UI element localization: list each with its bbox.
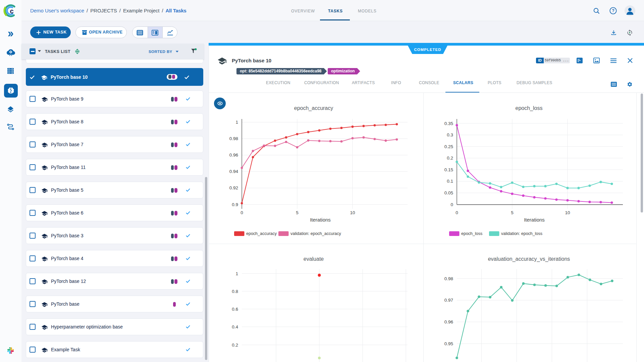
- svg-text:?: ?: [612, 8, 614, 13]
- svg-text:epoch_loss: epoch_loss: [516, 105, 543, 111]
- svg-text:0.2: 0.2: [447, 156, 453, 161]
- svg-text:0.94: 0.94: [229, 169, 238, 174]
- svg-text:epoch_accuracy: epoch_accuracy: [246, 231, 277, 236]
- svg-text:validation: epoch_accuracy: validation: epoch_accuracy: [290, 231, 341, 236]
- svg-text:1: 1: [235, 120, 238, 125]
- svg-text:0.05: 0.05: [444, 190, 453, 195]
- svg-text:0.25: 0.25: [444, 144, 453, 149]
- svg-text:evaluation_accuracy_vs_iterati: evaluation_accuracy_vs_iterations: [488, 256, 570, 262]
- svg-text:evaluate: evaluate: [304, 256, 324, 262]
- svg-text:0.2: 0.2: [232, 343, 238, 348]
- svg-text:5: 5: [511, 210, 514, 215]
- svg-text:0.95: 0.95: [444, 341, 453, 346]
- svg-text:0.98: 0.98: [229, 136, 238, 141]
- svg-text:0: 0: [450, 202, 453, 207]
- svg-text:epoch_loss: epoch_loss: [461, 231, 482, 236]
- svg-text:0.9: 0.9: [232, 202, 238, 207]
- svg-text:epoch_accuracy: epoch_accuracy: [294, 105, 333, 111]
- svg-text:0: 0: [240, 210, 243, 215]
- svg-text:0.96: 0.96: [444, 319, 453, 324]
- svg-text:0.8: 0.8: [232, 289, 238, 294]
- svg-text:Iterations: Iterations: [310, 217, 331, 223]
- svg-text:0.96: 0.96: [229, 153, 238, 158]
- svg-text:1: 1: [235, 271, 238, 276]
- svg-text:10: 10: [565, 210, 570, 215]
- svg-text:0.3: 0.3: [447, 132, 453, 137]
- svg-text:0.6: 0.6: [232, 307, 238, 312]
- svg-text:0.97: 0.97: [444, 298, 453, 303]
- svg-text:0.4: 0.4: [232, 324, 238, 329]
- svg-text:0.92: 0.92: [229, 185, 238, 190]
- svg-text:10: 10: [350, 210, 355, 215]
- svg-text:5: 5: [296, 210, 299, 215]
- svg-text:0.35: 0.35: [444, 121, 453, 126]
- svg-text:0.98: 0.98: [444, 276, 453, 281]
- svg-text:0.1: 0.1: [447, 179, 453, 184]
- svg-text:validation: epoch_loss: validation: epoch_loss: [501, 231, 542, 236]
- svg-text:0: 0: [455, 210, 458, 215]
- svg-text:Iterations: Iterations: [524, 217, 545, 223]
- svg-text:0.15: 0.15: [444, 167, 453, 172]
- svg-text:c: c: [10, 7, 13, 15]
